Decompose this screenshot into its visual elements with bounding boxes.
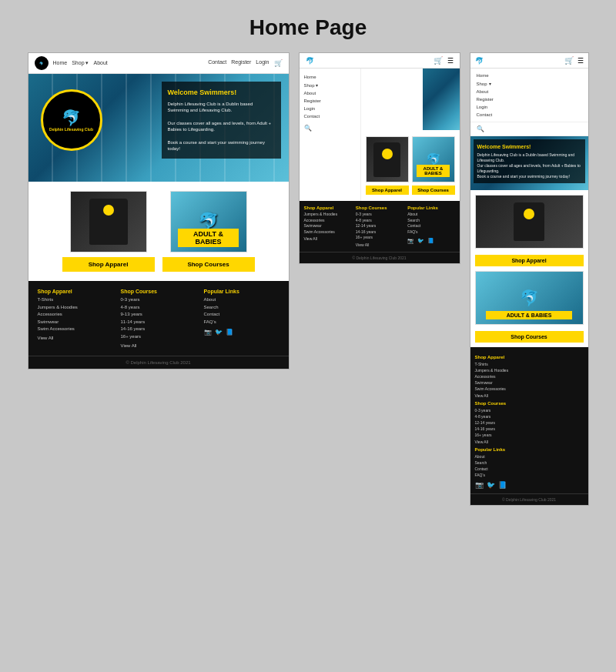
mobile-footer-apparel-title: Shop Apparel (475, 355, 584, 359)
desktop-products: Shop Apparel 🐬 ADULT & BABIES Shop Cours… (28, 182, 289, 281)
tablet-social-twitter[interactable]: 🐦 (417, 238, 424, 244)
nav-link-home[interactable]: Home (53, 60, 68, 66)
footer-apparel-title: Shop Apparel (38, 289, 113, 294)
mobile-social-twitter[interactable]: 🐦 (487, 481, 495, 489)
adult-babies-label: ADULT & BABIES (178, 229, 238, 247)
courses-img: 🐬 ADULT & BABIES (171, 192, 246, 252)
tablet-shop-apparel-button[interactable]: Shop Apparel (366, 186, 409, 195)
mobile-nav-shop[interactable]: Shop ▾ (477, 79, 582, 88)
mobile-cart-icon[interactable]: 🛒 (564, 56, 574, 65)
nav-link-about[interactable]: About (93, 60, 107, 66)
tablet-nav: 🐬 🛒 ☰ (300, 53, 460, 69)
tablet-nav-home[interactable]: Home (304, 73, 356, 81)
mobile-footer-courses-title: Shop Courses (475, 401, 584, 406)
cart-icon[interactable]: 🛒 (274, 59, 283, 67)
mobile-courses-img: 🐬 ADULT & BABIES (476, 272, 583, 324)
nav-link-shop[interactable]: Shop ▾ (72, 60, 89, 66)
tablet-nav-register[interactable]: Register (304, 97, 356, 105)
tablet-menu-icon[interactable]: ☰ (447, 57, 454, 65)
nav-register[interactable]: Register (231, 59, 251, 67)
tablet-footer-courses-viewall[interactable]: View All (356, 242, 403, 247)
jacket-shape (89, 199, 128, 245)
mobile-social-facebook[interactable]: 📘 (498, 481, 507, 489)
courses-image: 🐬 ADULT & BABIES (170, 191, 247, 252)
tablet-apparel-image (366, 136, 409, 182)
desktop-footer-copyright: © Delphin Lifesaving Club 2021 (28, 356, 289, 369)
footer-courses-items: 0-3 years4-8 years9-13 years11-14 years1… (121, 296, 196, 341)
social-icon-instagram[interactable]: 📷 (204, 329, 212, 336)
mobile-products: Shop Apparel 🐬 ADULT & BABIES Shop Cours… (470, 190, 588, 347)
mobile-welcome-title: Welcome Swimmers! (477, 143, 581, 151)
mobile-dolphin-icon: 🐬 (520, 289, 539, 307)
mobile-menu-icon[interactable]: ☰ (578, 57, 584, 65)
jacket-img (71, 192, 146, 252)
shop-courses-button[interactable]: Shop Courses (162, 257, 255, 272)
tablet-footer-popular: Popular Links AboutSearchContactFAQ's 📷 … (407, 206, 454, 247)
social-icon-twitter[interactable]: 🐦 (215, 329, 223, 336)
tablet-footer-apparel-items: Jumpers & HoodiesAccessoriesSwimwearSwim… (304, 212, 351, 235)
mobile-search[interactable]: 🔍 (470, 122, 588, 136)
mobile-apparel-card: Shop Apparel (475, 195, 584, 266)
mobile-adult-babies-label: ADULT & BABIES (486, 311, 571, 319)
mobile-nav-register[interactable]: Register (477, 95, 582, 103)
tablet-jacket-img (367, 137, 408, 182)
tablet-footer-apparel-viewall[interactable]: View All (304, 236, 351, 241)
tablet-nav-login[interactable]: Login (304, 105, 356, 112)
tablet-search-icon[interactable]: 🔍 (304, 123, 356, 133)
tablet-social-facebook[interactable]: 📘 (427, 238, 434, 244)
footer-apparel-viewall[interactable]: View All (38, 336, 113, 340)
tablet-hero (423, 69, 460, 130)
club-logo: 🐬 Delphin Lifesaving Club (41, 89, 102, 151)
tablet-nav-about[interactable]: About (304, 89, 356, 97)
chevron-down-icon: ▾ (489, 81, 491, 86)
mobile-mockup: 🐬 🛒 ☰ Home Shop ▾ About Register Login C… (470, 52, 589, 506)
mobile-nav-about[interactable]: About (477, 88, 582, 95)
welcome-text: Delphin Lifesaving Club is a Dublin base… (168, 101, 275, 114)
footer-popular-col: Popular Links AboutSearchContactFAQ's 📷 … (204, 289, 280, 348)
social-icons: 📷 🐦 📘 (204, 329, 280, 336)
tablet-mockup: 🐬 🛒 ☰ Home Shop ▾ About Register Login C… (299, 52, 460, 264)
nav-contact[interactable]: Contact (208, 59, 226, 67)
desktop-footer: Shop Apparel T-ShirtsJumpers & HoodiesAc… (28, 281, 289, 356)
tablet-products: Shop Apparel 🐬 ADULT & BABIES Shop Cours… (361, 130, 460, 201)
mobile-jacket-shape (514, 202, 544, 241)
tablet-social-instagram[interactable]: 📷 (407, 238, 414, 244)
tablet-shop-courses-button[interactable]: Shop Courses (412, 186, 455, 195)
tablet-footer-apparel: Shop Apparel Jumpers & HoodiesAccessorie… (304, 206, 351, 247)
tablet-cart-icon[interactable]: 🛒 (434, 56, 443, 65)
footer-courses-title: Shop Courses (121, 289, 196, 294)
mobile-nav-contact[interactable]: Contact (477, 111, 582, 119)
nav-login[interactable]: Login (256, 59, 269, 67)
mobile-apparel-image (475, 195, 584, 249)
mobile-shop-apparel-button[interactable]: Shop Apparel (475, 255, 584, 266)
mobile-nav-home[interactable]: Home (477, 72, 582, 79)
tablet-nav-contact[interactable]: Contact (304, 112, 356, 120)
welcome-title: Welcome Swimmers! (168, 88, 275, 98)
tablet-courses-image: 🐬 ADULT & BABIES (412, 136, 455, 182)
desktop-nav: 🐬 Home Shop ▾ About Contact Register Log… (28, 53, 289, 74)
mobile-courses-card: 🐬 ADULT & BABIES Shop Courses (475, 271, 584, 343)
tablet-footer-apparel-title: Shop Apparel (304, 206, 351, 210)
social-icon-facebook[interactable]: 📘 (226, 329, 233, 336)
mobile-footer-popular-items: AboutSearchContactFAQ's (475, 453, 584, 478)
tablet-content: Shop Apparel 🐬 ADULT & BABIES Shop Cours… (361, 69, 460, 201)
mobile-footer-apparel-viewall[interactable]: View All (475, 393, 584, 398)
mobile-footer-copyright: © Delphin Lifesaving Club 2021 (470, 493, 588, 505)
mobile-footer-apparel-items: T-ShirtsJumpers & HoodiesAccessoriesSwim… (475, 361, 584, 392)
tablet-layout: Home Shop ▾ About Register Login Contact… (300, 69, 460, 201)
tablet-adult-babies-label: ADULT & BABIES (417, 165, 450, 177)
mobile-footer-courses-viewall[interactable]: View All (475, 440, 584, 444)
mobile-nav-login[interactable]: Login (477, 103, 582, 111)
mobile-welcome-text: Delphin Lifesaving Club is a Dublin base… (477, 152, 581, 163)
footer-courses-viewall[interactable]: View All (121, 343, 196, 348)
tablet-nav-shop[interactable]: Shop ▾ (304, 81, 356, 89)
tablet-footer: Shop Apparel Jumpers & HoodiesAccessorie… (300, 201, 460, 252)
mobile-welcome-cta: Book a course and start your swimming jo… (477, 174, 581, 179)
tablet-courses-card: 🐬 ADULT & BABIES Shop Courses (412, 136, 455, 195)
mobile-shop-courses-button[interactable]: Shop Courses (475, 331, 584, 343)
tablet-footer-courses-title: Shop Courses (356, 206, 403, 210)
tablet-footer-popular-items: AboutSearchContactFAQ's (407, 212, 454, 235)
shop-apparel-button[interactable]: Shop Apparel (62, 257, 155, 272)
tablet-footer-courses: Shop Courses 0-3 years4-8 years12-14 yea… (356, 206, 403, 247)
mobile-social-instagram[interactable]: 📷 (475, 481, 484, 489)
